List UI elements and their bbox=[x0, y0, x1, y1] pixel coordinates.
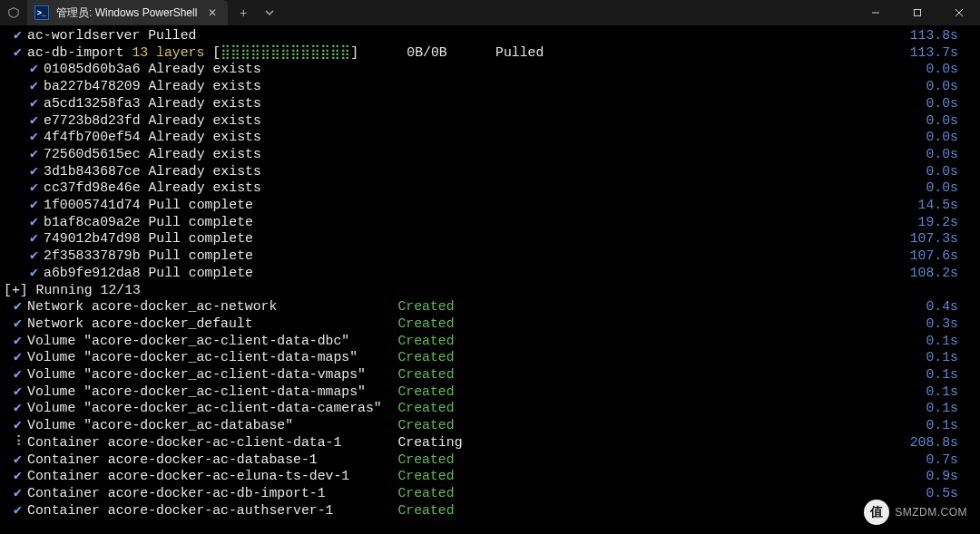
check-icon: ✔ bbox=[4, 485, 22, 502]
check-icon: ✔ bbox=[4, 298, 22, 316]
pull-line: ✔cc37fd98e46e Already exists0.0s bbox=[4, 180, 976, 197]
check-icon: ✔ bbox=[4, 366, 22, 384]
check-icon: ✔ bbox=[4, 95, 38, 112]
resource-status: Created bbox=[397, 417, 454, 434]
pull-line: ✔749012b47d98 Pull complete107.3s bbox=[4, 230, 976, 248]
pull-content: a5cd13258fa3 Already exists bbox=[44, 95, 261, 112]
check-icon: ✔ bbox=[4, 146, 38, 163]
tab-powershell[interactable]: >_ 管理员: Windows PowerShell ✕ bbox=[27, 0, 228, 25]
elapsed-time: 107.3s bbox=[910, 230, 976, 248]
pull-content: b1af8ca09a2e Pull complete bbox=[44, 214, 253, 231]
resource-label: Volume "acore-docker_ac-client-data-vmap… bbox=[27, 366, 397, 384]
pull-content: a6b9fe912da8 Pull complete bbox=[44, 265, 253, 282]
resource-line: ✔Volume "acore-docker_ac-client-data-mma… bbox=[4, 384, 976, 401]
elapsed-time: 208.8s bbox=[910, 434, 976, 451]
watermark: 值 SMZDM.COM bbox=[864, 500, 967, 525]
watermark-text: SMZDM.COM bbox=[895, 506, 967, 519]
check-icon: ✔ bbox=[4, 417, 22, 434]
resource-label: Network acore-docker_default bbox=[27, 316, 397, 333]
elapsed-time: 0.0s bbox=[926, 163, 976, 180]
check-icon: ✔ bbox=[4, 129, 38, 146]
app-menu-icon[interactable] bbox=[0, 0, 27, 25]
resource-label: Volume "acore-docker_ac-client-data-dbc" bbox=[27, 333, 397, 350]
resource-line: ⠸Container acore-docker-ac-client-data-1… bbox=[4, 434, 976, 451]
check-icon: ✔ bbox=[4, 451, 22, 469]
check-icon: ✔ bbox=[4, 163, 38, 180]
pull-content: 3d1b843687ce Already exists bbox=[44, 163, 261, 180]
close-window-button[interactable] bbox=[938, 0, 980, 25]
elapsed-time: 0.0s bbox=[926, 129, 976, 146]
elapsed-time: 0.1s bbox=[926, 333, 976, 350]
elapsed-time: 0.0s bbox=[926, 112, 976, 130]
elapsed-time: 0.1s bbox=[926, 384, 976, 401]
pull-line: ✔ac-db-import 13 layers [⣿⣿⣿⣿⣿⣿⣿⣿⣿⣿⣿⣿⣿] … bbox=[4, 44, 976, 62]
check-icon: ✔ bbox=[4, 333, 22, 350]
check-icon: ✔ bbox=[4, 27, 22, 44]
resource-line: ✔Volume "acore-docker_ac-client-data-cam… bbox=[4, 400, 976, 417]
pull-content: 1f0005741d74 Pull complete bbox=[44, 197, 253, 214]
watermark-badge: 值 bbox=[864, 500, 889, 525]
elapsed-time: 0.0s bbox=[926, 95, 976, 112]
resource-status: Created bbox=[397, 384, 454, 401]
check-icon: ✔ bbox=[4, 502, 22, 519]
pull-line: ✔a5cd13258fa3 Already exists0.0s bbox=[4, 95, 976, 112]
maximize-button[interactable] bbox=[897, 0, 938, 25]
resource-status: Created bbox=[397, 451, 454, 469]
pull-line: ✔2f358337879b Pull complete107.6s bbox=[4, 248, 976, 265]
check-icon: ✔ bbox=[4, 316, 22, 333]
resource-label: Container acore-docker-ac-database-1 bbox=[27, 451, 397, 469]
pull-line: ✔e7723b8d23fd Already exists0.0s bbox=[4, 112, 976, 130]
elapsed-time: 108.2s bbox=[910, 265, 976, 282]
pull-line: ✔b1af8ca09a2e Pull complete19.2s bbox=[4, 214, 976, 231]
resource-status: Created bbox=[397, 298, 454, 316]
elapsed-time: 14.5s bbox=[918, 197, 976, 214]
elapsed-time: 107.6s bbox=[910, 248, 976, 265]
elapsed-time: 0.4s bbox=[926, 298, 976, 316]
running-header: [+] Running 12/13 bbox=[4, 282, 976, 299]
resource-status: Created bbox=[397, 366, 454, 384]
resource-status: Created bbox=[397, 400, 454, 417]
new-tab-button[interactable]: + bbox=[228, 0, 259, 25]
elapsed-time: 0.1s bbox=[926, 417, 976, 434]
elapsed-time: 113.8s bbox=[910, 27, 976, 44]
elapsed-time: 0.0s bbox=[926, 61, 976, 78]
resource-label: Container acore-docker-ac-authserver-1 bbox=[27, 502, 397, 519]
resource-label: Volume "acore-docker_ac-client-data-came… bbox=[27, 400, 397, 417]
pull-content: 4f4fb700ef54 Already exists bbox=[44, 129, 261, 146]
resource-line: ✔Container acore-docker-ac-db-import-1 C… bbox=[4, 485, 976, 502]
pull-line: ✔ac-worldserver Pulled113.8s bbox=[4, 27, 976, 44]
close-tab-icon[interactable]: ✕ bbox=[204, 5, 220, 21]
minimize-button[interactable] bbox=[855, 0, 897, 25]
terminal-output[interactable]: ✔ac-worldserver Pulled113.8s✔ac-db-impor… bbox=[0, 25, 980, 520]
pull-line: ✔01085d60b3a6 Already exists0.0s bbox=[4, 61, 976, 78]
check-icon: ✔ bbox=[4, 112, 38, 130]
elapsed-time: 0.0s bbox=[926, 146, 976, 163]
elapsed-time: 19.2s bbox=[918, 214, 976, 231]
pull-line: ✔4f4fb700ef54 Already exists0.0s bbox=[4, 129, 976, 146]
pull-content: ba227b478209 Already exists bbox=[44, 78, 261, 95]
resource-label: Volume "acore-docker_ac-database" bbox=[27, 417, 397, 434]
elapsed-time: 113.7s bbox=[910, 44, 976, 62]
tab-dropdown-icon[interactable] bbox=[259, 0, 280, 25]
resource-label: Container acore-docker-ac-client-data-1 bbox=[27, 434, 397, 451]
elapsed-time: 0.1s bbox=[926, 349, 976, 366]
elapsed-time: 0.1s bbox=[926, 400, 976, 417]
svg-rect-1 bbox=[915, 10, 921, 16]
pull-line: ✔3d1b843687ce Already exists0.0s bbox=[4, 163, 976, 180]
check-icon: ✔ bbox=[4, 265, 38, 282]
resource-status: Created bbox=[397, 333, 454, 350]
check-icon: ✔ bbox=[4, 248, 38, 265]
elapsed-time: 0.0s bbox=[926, 78, 976, 95]
check-icon: ✔ bbox=[4, 468, 22, 485]
resource-status: Created bbox=[397, 349, 454, 366]
resource-label: Container acore-docker-ac-db-import-1 bbox=[27, 485, 397, 502]
resource-line: ✔Volume "acore-docker_ac-client-data-map… bbox=[4, 349, 976, 366]
resource-line: ✔Container acore-docker-ac-database-1 Cr… bbox=[4, 451, 976, 469]
pull-content: 749012b47d98 Pull complete bbox=[44, 230, 253, 248]
powershell-icon: >_ bbox=[34, 5, 49, 20]
title-bar: >_ 管理员: Windows PowerShell ✕ + bbox=[0, 0, 980, 25]
resource-line: ✔Volume "acore-docker_ac-database" Creat… bbox=[4, 417, 976, 434]
resource-status: Created bbox=[397, 485, 454, 502]
resource-status: Created bbox=[397, 502, 454, 519]
check-icon: ✔ bbox=[4, 197, 38, 214]
